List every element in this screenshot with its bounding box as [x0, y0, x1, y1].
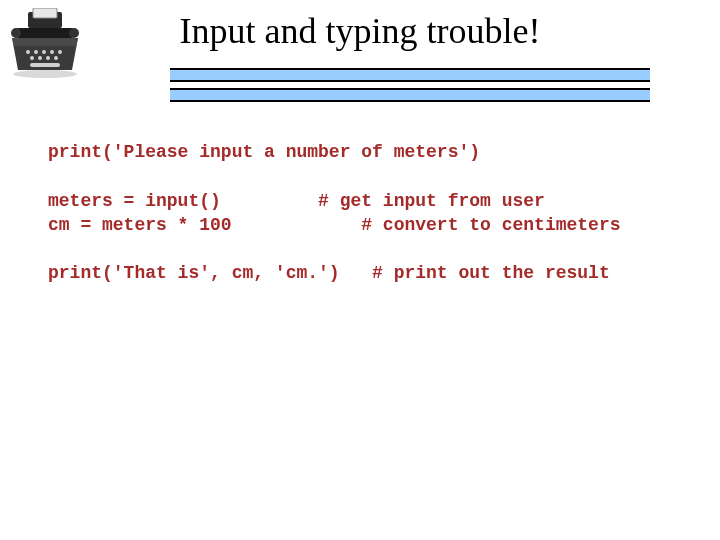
code-line: print('That is', cm, 'cm.') # print out … — [48, 263, 610, 283]
title-underline — [170, 68, 650, 108]
code-line: meters = input() # get input from user — [48, 191, 545, 211]
slide-title: Input and typing trouble! — [0, 10, 720, 52]
underline-bar — [170, 68, 650, 82]
svg-point-11 — [38, 56, 42, 60]
svg-rect-14 — [30, 63, 60, 67]
underline-bar — [170, 88, 650, 102]
code-line: print('Please input a number of meters') — [48, 142, 480, 162]
svg-point-13 — [54, 56, 58, 60]
slide: Input and typing trouble! print('Please … — [0, 0, 720, 540]
svg-point-12 — [46, 56, 50, 60]
code-block: print('Please input a number of meters')… — [48, 140, 688, 286]
code-line: cm = meters * 100 # convert to centimete… — [48, 215, 621, 235]
svg-point-10 — [30, 56, 34, 60]
svg-point-15 — [13, 70, 77, 78]
